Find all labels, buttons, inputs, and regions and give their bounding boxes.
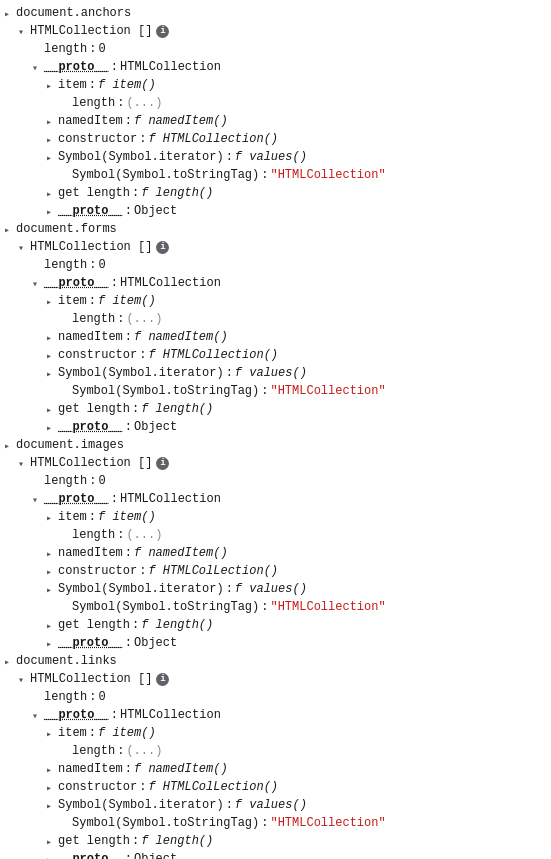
- forms-symbol-tostring-row: Symbol(Symbol.toStringTag) : "HTMLCollec…: [0, 382, 551, 400]
- anchors-item-length-key: length: [72, 96, 115, 110]
- anchors-collection-toggle[interactable]: [18, 26, 28, 36]
- forms-proto2-toggle[interactable]: [46, 422, 56, 432]
- anchors-constructor-toggle[interactable]: [46, 134, 56, 144]
- forms-length-row: length : 0: [0, 256, 551, 274]
- links-nameditem-toggle[interactable]: [46, 764, 56, 774]
- forms-item-length-val: (...): [126, 312, 162, 326]
- anchors-collection-row[interactable]: HTMLCollection [] i: [0, 22, 551, 40]
- images-item-row[interactable]: item : f item(): [0, 508, 551, 526]
- anchors-proto-key: __proto__: [44, 60, 109, 74]
- forms-info-badge[interactable]: i: [156, 241, 169, 254]
- images-info-badge[interactable]: i: [156, 457, 169, 470]
- forms-getlength-toggle[interactable]: [46, 404, 56, 414]
- forms-symbol-iter-row[interactable]: Symbol(Symbol.iterator) : f values(): [0, 364, 551, 382]
- anchors-proto-row[interactable]: __proto__ : HTMLCollection: [0, 58, 551, 76]
- anchors-symbol-iter-toggle[interactable]: [46, 152, 56, 162]
- images-toggle-arrow[interactable]: [4, 440, 14, 450]
- links-constructor-row[interactable]: constructor : f HTMLColLection(): [0, 778, 551, 796]
- images-item-toggle[interactable]: [46, 512, 56, 522]
- anchors-proto2-toggle[interactable]: [46, 206, 56, 216]
- links-symbol-iter-row[interactable]: Symbol(Symbol.iterator) : f values(): [0, 796, 551, 814]
- section-forms-header[interactable]: document.forms: [0, 220, 551, 238]
- images-constructor-toggle[interactable]: [46, 566, 56, 576]
- forms-constructor-val: f HTMLCollection(): [148, 348, 278, 362]
- images-constructor-row[interactable]: constructor : f HTMLColLection(): [0, 562, 551, 580]
- devtools-tree: document.anchors HTMLCollection [] i len…: [0, 0, 551, 859]
- links-item-length-val: (...): [126, 744, 162, 758]
- forms-proto2-row[interactable]: __proto__ : Object: [0, 418, 551, 436]
- links-getlength-toggle[interactable]: [46, 836, 56, 846]
- links-getlength-val: f length(): [141, 834, 213, 848]
- images-item-length-key: length: [72, 528, 115, 542]
- links-proto-val: HTMLCollection: [120, 708, 221, 722]
- forms-nameditem-toggle[interactable]: [46, 332, 56, 342]
- links-toggle-arrow[interactable]: [4, 656, 14, 666]
- forms-item-toggle[interactable]: [46, 296, 56, 306]
- anchors-proto-toggle[interactable]: [32, 62, 42, 72]
- forms-item-length-key: length: [72, 312, 115, 326]
- forms-proto-row[interactable]: __proto__ : HTMLCollection: [0, 274, 551, 292]
- images-symbol-tostring-key: Symbol(Symbol.toStringTag): [72, 600, 259, 614]
- forms-nameditem-row[interactable]: namedItem : f namedItem(): [0, 328, 551, 346]
- forms-constructor-row[interactable]: constructor : f HTMLCollection(): [0, 346, 551, 364]
- links-symbol-tostring-key: Symbol(Symbol.toStringTag): [72, 816, 259, 830]
- links-symbol-iter-toggle[interactable]: [46, 800, 56, 810]
- anchors-proto2-row[interactable]: __proto__ : Object: [0, 202, 551, 220]
- anchors-toggle-arrow[interactable]: [4, 8, 14, 18]
- links-proto2-row[interactable]: __proto__ : Object: [0, 850, 551, 859]
- links-nameditem-row[interactable]: namedItem : f namedItem(): [0, 760, 551, 778]
- images-collection-row[interactable]: HTMLCollection [] i: [0, 454, 551, 472]
- forms-collection-row[interactable]: HTMLCollection [] i: [0, 238, 551, 256]
- anchors-info-badge[interactable]: i: [156, 25, 169, 38]
- section-links-header[interactable]: document.links: [0, 652, 551, 670]
- images-nameditem-toggle[interactable]: [46, 548, 56, 558]
- images-collection-toggle[interactable]: [18, 458, 28, 468]
- links-item-row[interactable]: item : f item(): [0, 724, 551, 742]
- images-symbol-iter-toggle[interactable]: [46, 584, 56, 594]
- images-nameditem-row[interactable]: namedItem : f namedItem(): [0, 544, 551, 562]
- anchors-symbol-iter-row[interactable]: Symbol(Symbol.iterator) : f values(): [0, 148, 551, 166]
- forms-symbol-iter-toggle[interactable]: [46, 368, 56, 378]
- links-constructor-toggle[interactable]: [46, 782, 56, 792]
- images-proto-row[interactable]: __proto__ : HTMLCollection: [0, 490, 551, 508]
- links-constructor-key: constructor: [58, 780, 137, 794]
- images-getlength-toggle[interactable]: [46, 620, 56, 630]
- forms-constructor-toggle[interactable]: [46, 350, 56, 360]
- images-getlength-row[interactable]: get length : f length(): [0, 616, 551, 634]
- anchors-nameditem-toggle[interactable]: [46, 116, 56, 126]
- anchors-nameditem-row[interactable]: namedItem : f namedItem(): [0, 112, 551, 130]
- links-proto-row[interactable]: __proto__ : HTMLCollection: [0, 706, 551, 724]
- images-proto2-toggle[interactable]: [46, 638, 56, 648]
- links-symbol-tostring-row: Symbol(Symbol.toStringTag) : "HTMLCollec…: [0, 814, 551, 832]
- links-collection-row[interactable]: HTMLCollection [] i: [0, 670, 551, 688]
- forms-item-key: item: [58, 294, 87, 308]
- links-proto-toggle[interactable]: [32, 710, 42, 720]
- images-symbol-tostring-val: "HTMLCollection": [270, 600, 385, 614]
- links-getlength-key: get length: [58, 834, 130, 848]
- anchors-item-toggle[interactable]: [46, 80, 56, 90]
- anchors-getlength-toggle[interactable]: [46, 188, 56, 198]
- section-images-header[interactable]: document.images: [0, 436, 551, 454]
- forms-toggle-arrow[interactable]: [4, 224, 14, 234]
- forms-proto-toggle[interactable]: [32, 278, 42, 288]
- anchors-item-row[interactable]: item : f item(): [0, 76, 551, 94]
- links-info-badge[interactable]: i: [156, 673, 169, 686]
- links-proto2-toggle[interactable]: [46, 854, 56, 859]
- images-getlength-val: f length(): [141, 618, 213, 632]
- forms-collection-toggle[interactable]: [18, 242, 28, 252]
- links-item-toggle[interactable]: [46, 728, 56, 738]
- anchors-length-row: length : 0: [0, 40, 551, 58]
- images-constructor-val: f HTMLColLection(): [148, 564, 278, 578]
- forms-getlength-row[interactable]: get length : f length(): [0, 400, 551, 418]
- links-getlength-row[interactable]: get length : f length(): [0, 832, 551, 850]
- links-collection-toggle[interactable]: [18, 674, 28, 684]
- images-proto-toggle[interactable]: [32, 494, 42, 504]
- anchors-getlength-row[interactable]: get length : f length(): [0, 184, 551, 202]
- images-proto2-row[interactable]: __proto__ : Object: [0, 634, 551, 652]
- links-proto-key: __proto__: [44, 708, 109, 722]
- anchors-constructor-row[interactable]: constructor : f HTMLCollection(): [0, 130, 551, 148]
- section-anchors-header[interactable]: document.anchors: [0, 4, 551, 22]
- images-symbol-iter-row[interactable]: Symbol(Symbol.iterator) : f values(): [0, 580, 551, 598]
- forms-item-row[interactable]: item : f item(): [0, 292, 551, 310]
- links-proto2-key: __proto__: [58, 852, 123, 859]
